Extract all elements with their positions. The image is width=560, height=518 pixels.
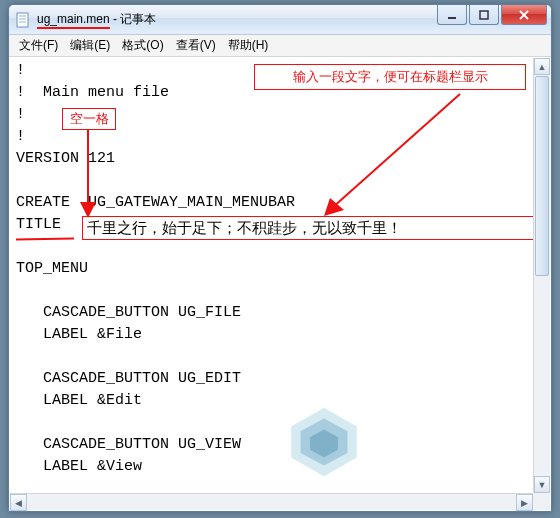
titlebar[interactable]: ug_main.men - 记事本: [9, 5, 551, 35]
scroll-thumb[interactable]: [535, 76, 549, 276]
menu-edit[interactable]: 编辑(E): [64, 35, 116, 56]
text-area[interactable]: ! ! Main menu file ! ! VERSION 121 CREAT…: [10, 58, 533, 493]
close-button[interactable]: [501, 5, 547, 25]
menu-help[interactable]: 帮助(H): [222, 35, 275, 56]
menu-format[interactable]: 格式(O): [116, 35, 169, 56]
scroll-right-button[interactable]: ▶: [516, 494, 533, 511]
minimize-button[interactable]: [437, 5, 467, 25]
watermark-cube-icon: [285, 403, 363, 481]
document-text[interactable]: ! ! Main menu file ! ! VERSION 121 CREAT…: [10, 58, 533, 478]
menubar: 文件(F) 编辑(E) 格式(O) 查看(V) 帮助(H): [9, 35, 551, 57]
svg-rect-0: [17, 13, 28, 27]
menu-file[interactable]: 文件(F): [13, 35, 64, 56]
horizontal-scrollbar[interactable]: ◀ ▶: [10, 493, 533, 510]
scroll-left-button[interactable]: ◀: [10, 494, 27, 511]
svg-rect-5: [480, 11, 488, 19]
window-title: ug_main.men - 记事本: [37, 11, 156, 28]
notepad-icon: [15, 12, 31, 28]
notepad-window: ug_main.men - 记事本 文件(F) 编辑(E) 格式(O) 查看(V…: [8, 4, 552, 512]
maximize-button[interactable]: [469, 5, 499, 25]
scroll-down-button[interactable]: ▼: [534, 476, 550, 493]
scroll-up-button[interactable]: ▲: [534, 58, 550, 75]
scroll-corner: [533, 493, 550, 510]
vertical-scrollbar[interactable]: ▲ ▼: [533, 58, 550, 493]
menu-view[interactable]: 查看(V): [170, 35, 222, 56]
